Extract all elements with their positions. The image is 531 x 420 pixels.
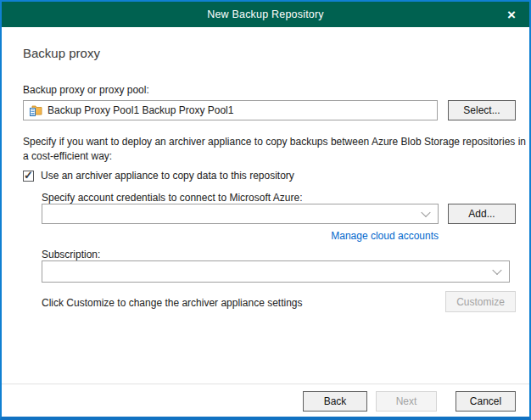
subscription-label: Subscription: — [42, 249, 100, 260]
customize-button[interactable]: Customize — [445, 291, 516, 312]
chevron-down-icon — [421, 208, 430, 217]
credentials-label: Specify account credentials to connect t… — [42, 192, 303, 204]
proxy-pool-folder-icon — [29, 104, 42, 117]
manage-accounts-row: Manage cloud accounts — [42, 227, 439, 243]
customize-hint: Click Customize to change the archiver a… — [42, 297, 303, 309]
chevron-down-icon — [492, 266, 501, 275]
title-bar[interactable]: New Backup Repository × — [2, 2, 529, 27]
select-button[interactable]: Select... — [448, 100, 516, 120]
check-icon: ✓ — [24, 170, 33, 181]
manage-cloud-accounts-link[interactable]: Manage cloud accounts — [331, 230, 439, 242]
cancel-button[interactable]: Cancel — [456, 391, 516, 412]
archiver-checkbox[interactable]: ✓ — [23, 171, 34, 182]
subscription-combobox[interactable] — [42, 260, 510, 283]
next-button[interactable]: Next — [376, 391, 437, 412]
archiver-description: Specify if you want to deploy an archive… — [23, 135, 528, 163]
footer-divider — [2, 384, 529, 384]
close-icon: × — [507, 8, 516, 22]
close-button[interactable]: × — [497, 2, 526, 27]
archiver-checkbox-row: ✓ Use an archiver appliance to copy data… — [23, 170, 294, 182]
window-title: New Backup Repository — [207, 8, 324, 20]
proxy-pool-field[interactable]: Backup Proxy Pool1 Backup Proxy Pool1 — [23, 100, 438, 120]
proxy-pool-label: Backup proxy or proxy pool: — [23, 84, 149, 96]
credentials-combobox[interactable] — [42, 204, 439, 224]
back-button[interactable]: Back — [303, 391, 367, 412]
dialog-window: New Backup Repository × Backup proxy Bac… — [0, 0, 531, 420]
proxy-pool-value: Backup Proxy Pool1 Backup Proxy Pool1 — [48, 104, 233, 116]
add-button[interactable]: Add... — [448, 204, 516, 224]
archiver-checkbox-label[interactable]: Use an archiver appliance to copy data t… — [41, 170, 294, 182]
page-title: Backup proxy — [23, 46, 100, 60]
